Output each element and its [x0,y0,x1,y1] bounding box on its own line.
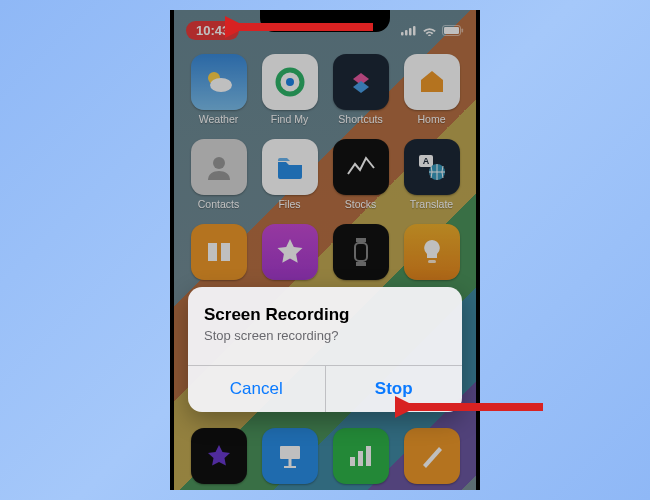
cancel-button[interactable]: Cancel [188,366,325,412]
tutorial-canvas: 10:43 Weather [0,0,650,500]
alert-message: Stop screen recording? [204,328,446,343]
annotation-arrow-top [225,14,375,40]
alert-title: Screen Recording [204,305,446,325]
annotation-arrow-bottom [395,394,545,420]
